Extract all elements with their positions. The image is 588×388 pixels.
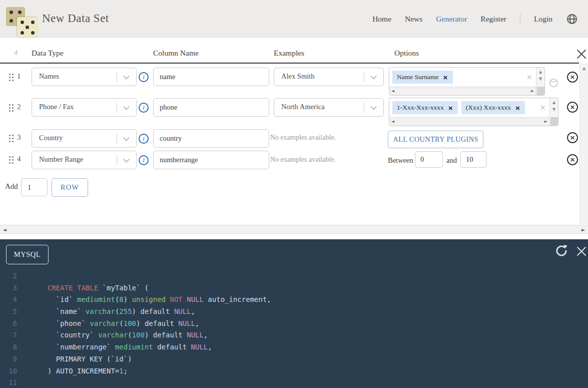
code-text: `numberrange` mediumint default NULL, (48, 343, 212, 351)
column-name-input[interactable] (153, 129, 269, 148)
mysql-format-button[interactable]: MYSQL (6, 245, 49, 264)
generatedata-app: New Data Set Home News Generator Registe… (0, 0, 588, 388)
no-examples-text: No examples available. (270, 156, 336, 164)
tag-label: 1-Xxx-Xxx-xxxx (397, 104, 444, 112)
delete-row-button[interactable]: × (567, 132, 578, 143)
options-hscrollbar[interactable]: ◄ ► (389, 117, 549, 126)
scroll-down-icon[interactable]: ▼ (536, 77, 544, 81)
options-multiselect[interactable]: 1-Xxx-Xxx-xxxx× (Xxx) Xxx-xxxx× × ▲ ▼ ◄ … (389, 98, 558, 126)
info-icon[interactable]: i (139, 155, 149, 165)
nav-divider (520, 14, 520, 25)
options-vscrollbar[interactable]: ▲ ▼ (536, 68, 544, 95)
chevron-down-icon (123, 73, 130, 80)
row-number: 2 (17, 103, 21, 111)
nav-generator[interactable]: Generator (436, 15, 467, 24)
grid-hscrollbar[interactable]: ◄ ► (0, 225, 588, 234)
page-title: New Data Set (42, 12, 109, 25)
chevron-down-icon (123, 135, 130, 141)
nav-login[interactable]: Login (534, 15, 552, 24)
select-divider (364, 103, 364, 113)
line-number: 5 (0, 306, 17, 318)
options-tags: 1-Xxx-Xxx-xxxx× (Xxx) Xxx-xxxx× (389, 98, 549, 117)
data-type-select[interactable]: Number Range (32, 151, 137, 169)
scroll-up-icon[interactable]: ▲ (580, 66, 588, 71)
code-line: 10) AUTO_INCREMENT=1; (0, 365, 588, 377)
tag-label: (Xxx) Xxx-xxxx (466, 104, 511, 112)
delete-row-button[interactable]: × (567, 154, 578, 165)
scroll-up-icon[interactable]: ▲ (550, 100, 558, 105)
scroll-right-icon[interactable]: ► (581, 227, 585, 232)
scroll-right-icon[interactable]: ► (531, 89, 534, 93)
data-type-value: Phone / Fax (39, 103, 74, 111)
no-examples-text: No examples available. (270, 134, 336, 142)
nav-news[interactable]: News (405, 15, 422, 24)
select-divider (117, 103, 117, 113)
code-line: 4 `id` mediumint(8) unsigned NOT NULL au… (0, 294, 588, 306)
table-row: 2 Phone / Fax i North America 1-Xxx-Xxx-… (0, 98, 588, 129)
code-line: 5 `name` varchar(255) default NULL, (0, 306, 588, 318)
scroll-left-icon[interactable]: ◄ (3, 227, 7, 232)
table-row: 4 Number Range i No examples available. … (0, 150, 588, 181)
tag-remove-icon[interactable]: × (448, 105, 453, 111)
options-clear-icon[interactable]: × (539, 103, 546, 112)
column-name-input[interactable] (153, 151, 269, 169)
chevron-down-icon (370, 104, 377, 110)
scroll-right-icon[interactable]: ► (544, 119, 547, 124)
panel-close-icon[interactable] (575, 245, 587, 257)
language-globe-icon[interactable] (566, 13, 578, 25)
range-max-input[interactable] (460, 151, 486, 168)
scroll-down-icon[interactable]: ▼ (550, 107, 558, 112)
options-hscrollbar[interactable]: ◄ ► (389, 87, 536, 95)
die-front (17, 17, 38, 38)
col-header-data-type: Data Type (32, 49, 64, 58)
delete-row-button[interactable]: × (567, 102, 578, 113)
scroll-corner (537, 87, 544, 95)
options-tags: Name Surname× (389, 68, 536, 87)
nav-register[interactable]: Register (480, 15, 506, 24)
add-label: Add (5, 182, 18, 191)
tag-remove-icon[interactable]: × (515, 105, 520, 111)
tag-remove-icon[interactable]: × (443, 74, 448, 81)
scroll-up-icon[interactable]: ▲ (536, 70, 544, 74)
row-number: 3 (17, 133, 21, 142)
drag-handle-icon[interactable] (9, 156, 14, 165)
data-type-select[interactable]: Phone / Fax (32, 98, 137, 117)
options-multiselect[interactable]: Name Surname× × ▲ ▼ ◄ ► (389, 67, 545, 96)
data-type-select[interactable]: Country (32, 129, 137, 148)
select-divider (117, 134, 117, 144)
column-name-input[interactable] (153, 68, 269, 86)
grid-close-icon[interactable] (575, 48, 587, 60)
col-header-options: Options (394, 49, 419, 58)
chevron-down-icon (123, 156, 130, 163)
all-country-plugins-button[interactable]: ALL COUNTRY PLUGINS (388, 131, 483, 148)
range-min-input[interactable] (415, 151, 443, 168)
info-icon[interactable]: i (139, 134, 149, 144)
info-icon[interactable]: i (139, 72, 149, 82)
add-row-button[interactable]: ROW (52, 178, 88, 197)
example-select[interactable]: North America (274, 98, 384, 117)
country-globe-icon (549, 78, 558, 90)
delete-row-button[interactable]: × (567, 72, 578, 83)
nav-home[interactable]: Home (372, 15, 391, 24)
code-text: CREATE TABLE `myTable` ( (48, 284, 149, 292)
scroll-left-icon[interactable]: ◄ (391, 119, 394, 124)
drag-handle-icon[interactable] (9, 104, 14, 113)
dice-logo-icon[interactable] (6, 4, 38, 35)
options-clear-icon[interactable]: × (526, 73, 532, 82)
options-vscrollbar[interactable]: ▲ ▼ (549, 98, 558, 126)
drag-handle-icon[interactable] (9, 135, 14, 143)
column-name-input[interactable] (153, 98, 269, 117)
line-number: 2 (0, 270, 17, 282)
row-number: 1 (17, 72, 21, 81)
add-count-input[interactable] (21, 178, 48, 196)
example-select[interactable]: Alex Smith (274, 68, 384, 86)
example-value: Alex Smith (281, 72, 314, 81)
scroll-left-icon[interactable]: ◄ (391, 89, 394, 93)
info-icon[interactable]: i (139, 103, 149, 113)
col-header-examples: Examples (274, 49, 304, 58)
drag-handle-icon[interactable] (9, 74, 14, 82)
grid-vscrollbar[interactable]: ▲ (579, 64, 588, 224)
refresh-icon[interactable] (554, 244, 568, 258)
data-type-select[interactable]: Names (32, 68, 137, 86)
and-label: and (446, 156, 457, 165)
